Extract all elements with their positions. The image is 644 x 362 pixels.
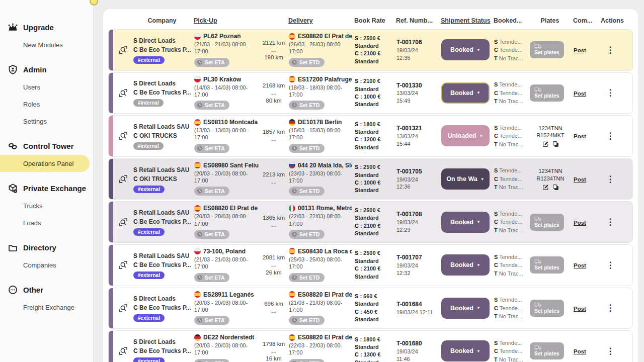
- post-link[interactable]: Post: [574, 220, 586, 226]
- sidebar-section-directory[interactable]: Directory: [0, 238, 93, 256]
- set-eta-button[interactable]: Set ETA: [194, 273, 229, 282]
- sidebar-section-other[interactable]: Other: [0, 281, 93, 299]
- copy-icon[interactable]: [552, 184, 559, 191]
- sidebar-collapse-toggle[interactable]: [90, 0, 98, 6]
- set-plates-button[interactable]: Set plates: [530, 84, 564, 102]
- shipment-status-dropdown[interactable]: Booked ▼: [441, 340, 490, 361]
- shipment-status-dropdown[interactable]: Booked ▼: [441, 39, 490, 60]
- book-rate-cell: S : 1800 € Standard C : 1200 € Standard: [355, 121, 394, 152]
- row-actions-menu[interactable]: ⋮: [601, 217, 619, 227]
- table-row[interactable]: S Direct Loads C Be Eco Trucks P... #ext…: [108, 288, 633, 329]
- post-link[interactable]: Post: [574, 348, 586, 354]
- preview-magnifier-icon[interactable]: [116, 217, 131, 227]
- shipment-status-dropdown[interactable]: Booked ▼: [441, 212, 490, 233]
- post-link[interactable]: Post: [574, 262, 586, 268]
- set-eta-button[interactable]: Set ETA: [194, 187, 229, 196]
- post-link[interactable]: Post: [574, 306, 586, 312]
- sidebar-item-loads[interactable]: Loads: [0, 214, 93, 231]
- shipment-status-dropdown[interactable]: Booked ▼: [441, 298, 490, 319]
- preview-magnifier-icon[interactable]: [116, 131, 131, 141]
- set-etd-button[interactable]: Set ETD: [289, 144, 325, 153]
- copy-icon[interactable]: [552, 141, 559, 147]
- set-plates-button[interactable]: Set plates: [530, 256, 564, 274]
- set-plates-button[interactable]: Set plates: [530, 342, 564, 359]
- sidebar-item-operations-panel[interactable]: Operations Panel: [0, 155, 90, 172]
- sidebar-section-admin[interactable]: Admin: [0, 60, 93, 78]
- set-etd-button[interactable]: Set ETD: [289, 359, 325, 362]
- distance-cell: 1857 km ↔: [261, 129, 286, 144]
- shipment-status-dropdown[interactable]: Booked ▼: [441, 254, 490, 276]
- status-accent-bar: [109, 116, 113, 156]
- row-actions-menu[interactable]: ⋮: [601, 174, 619, 185]
- status-cell: On the Wa ▼: [441, 168, 492, 190]
- header-shipment-status[interactable]: Shipment Status: [441, 17, 491, 24]
- chevron-down-icon: ▼: [476, 263, 480, 267]
- set-etd-button[interactable]: Set ETD: [289, 316, 325, 325]
- post-link[interactable]: Post: [574, 47, 586, 53]
- sidebar-item-freight-exchange[interactable]: Freight Exchange: [0, 299, 93, 316]
- set-plates-button[interactable]: Set plates: [530, 214, 564, 231]
- edit-icon[interactable]: [542, 184, 549, 191]
- rate-shipper-type: Standard: [355, 171, 394, 179]
- table-row[interactable]: S Retail Loads SAU C OKI TRUCKS #interna…: [108, 115, 633, 157]
- set-plates-button[interactable]: Set plates: [530, 41, 564, 58]
- delivery-location: ES08430 La Roca de.: [298, 248, 352, 255]
- set-etd-button[interactable]: Set ETD: [289, 101, 325, 110]
- row-actions-menu[interactable]: ⋮: [601, 131, 619, 141]
- table-row[interactable]: S Direct Loads C Be Eco Trucks P... #ext…: [108, 330, 633, 362]
- set-eta-button[interactable]: Set ETA: [194, 101, 229, 110]
- set-eta-button[interactable]: Set ETA: [194, 58, 229, 67]
- set-eta-button[interactable]: Set ETA: [194, 230, 229, 239]
- distance-cell: 2213 km ↔: [261, 171, 286, 187]
- sidebar-item-companies[interactable]: Companies: [0, 256, 93, 274]
- preview-magnifier-icon[interactable]: [116, 45, 131, 55]
- sidebar-section-control-tower[interactable]: Control Tower: [0, 137, 93, 155]
- table-row[interactable]: S Retail Loads SAU C Be Eco Trucks P... …: [108, 244, 633, 286]
- row-actions-menu[interactable]: ⋮: [601, 45, 619, 55]
- set-eta-button[interactable]: Set ETA: [194, 316, 229, 325]
- header-pickup[interactable]: Pick-Up: [194, 17, 258, 24]
- post-link[interactable]: Post: [574, 90, 586, 97]
- preview-magnifier-icon[interactable]: [116, 303, 131, 313]
- clock-icon: [291, 317, 297, 323]
- sidebar-item-new-modules[interactable]: New Modules: [0, 36, 93, 53]
- row-actions-menu[interactable]: ⋮: [601, 87, 619, 98]
- distance-empty: 16 km: [261, 355, 286, 361]
- sidebar-section-private-exchange[interactable]: Private Exchange: [0, 179, 93, 197]
- delivery-dates: (25/03 - 25/03) 08:00-17:00: [289, 256, 350, 270]
- header-delivery[interactable]: Delivery: [288, 17, 352, 24]
- sidebar-item-roles[interactable]: Roles: [0, 96, 93, 113]
- set-eta-button[interactable]: Set ETA: [194, 359, 229, 362]
- post-link[interactable]: Post: [574, 176, 586, 183]
- preview-magnifier-icon[interactable]: [116, 260, 131, 270]
- table-row[interactable]: S Retail Loads SAU C OKI TRUCKS #externa…: [108, 158, 633, 200]
- sidebar-item-users[interactable]: Users: [0, 78, 93, 96]
- pickup-location: 73-100, Poland: [203, 248, 246, 255]
- sidebar-item-trucks[interactable]: Trucks: [0, 197, 93, 214]
- row-actions-menu[interactable]: ⋮: [601, 260, 619, 270]
- delivery-location: ES08820 El Prat de L.: [298, 33, 352, 40]
- set-etd-button[interactable]: Set ETD: [289, 58, 325, 67]
- set-plates-button[interactable]: Set plates: [530, 300, 564, 317]
- edit-icon[interactable]: [542, 141, 549, 147]
- booked-carrier: C Tennde...: [494, 46, 527, 54]
- row-actions-menu[interactable]: ⋮: [601, 346, 619, 356]
- set-etd-button[interactable]: Set ETD: [289, 273, 325, 282]
- delivery-cell: ES08820 El Prat de L. (22/03 - 22/03) 08…: [289, 334, 352, 362]
- preview-magnifier-icon[interactable]: [116, 346, 131, 356]
- preview-magnifier-icon[interactable]: [116, 174, 131, 184]
- table-row[interactable]: S Direct Loads C Be Eco Trucks P... #ext…: [108, 29, 633, 71]
- table-row[interactable]: S Retail Loads SAU C Be Eco Trucks P... …: [108, 201, 633, 243]
- shipment-status-dropdown[interactable]: On the Wa ▼: [441, 168, 490, 190]
- sidebar-item-settings[interactable]: Settings: [0, 113, 93, 130]
- shipment-status-dropdown[interactable]: Booked ▼: [441, 82, 490, 104]
- shipment-status-dropdown[interactable]: Unloaded ▼: [441, 125, 490, 146]
- row-actions-menu[interactable]: ⋮: [601, 303, 619, 313]
- set-etd-button[interactable]: Set ETD: [289, 230, 325, 239]
- set-eta-button[interactable]: Set ETA: [194, 144, 229, 153]
- sidebar-section-upgrade[interactable]: Upgrade: [0, 18, 93, 36]
- post-link[interactable]: Post: [574, 133, 586, 139]
- set-etd-button[interactable]: Set ETD: [289, 187, 325, 196]
- table-row[interactable]: S Direct Loads C Be Eco Trucks P... #int…: [108, 72, 633, 114]
- preview-magnifier-icon[interactable]: [116, 88, 131, 98]
